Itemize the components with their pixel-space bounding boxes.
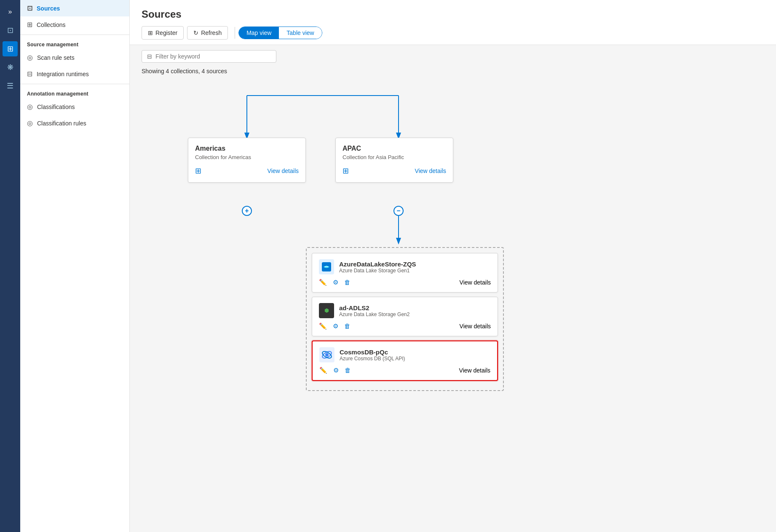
cosmosdb-view-details[interactable]: View details	[459, 367, 490, 374]
filter-keyword-input[interactable]	[155, 53, 271, 60]
refresh-icon: ↻	[193, 29, 198, 36]
sidebar-divider-2	[20, 84, 129, 84]
adls2-subtitle: Azure Data Lake Storage Gen2	[339, 311, 409, 317]
cosmosdb-header: CosmosDB-pQc Azure Cosmos DB (SQL API)	[319, 347, 490, 362]
adls2-info: ad-ADLS2 Azure Data Lake Storage Gen2	[339, 304, 409, 317]
cosmosdb-subtitle: Azure Cosmos DB (SQL API)	[340, 356, 405, 362]
americas-title: Americas	[195, 145, 299, 152]
sidebar-item-classifications[interactable]: ◎ Classifications	[20, 98, 129, 115]
apac-collapse-button[interactable]: −	[393, 206, 404, 216]
classifications-icon: ◎	[27, 103, 33, 111]
cosmosdb-icon	[319, 347, 334, 362]
nav-icon-sources[interactable]: ⊞	[3, 41, 18, 56]
adls1-header: AzureDataLakeStore-ZQS Azure Data Lake S…	[319, 259, 491, 274]
classifications-label: Classifications	[37, 104, 75, 110]
view-toggle: Map view Table view	[238, 27, 322, 39]
cosmosdb-actions: ✏️ ⚙ 🗑 View details	[319, 367, 490, 374]
americas-card: Americas Collection for Americas ⊞ View …	[188, 138, 306, 183]
scan-rule-sets-label: Scan rule sets	[37, 54, 75, 61]
adls1-info: AzureDataLakeStore-ZQS Azure Data Lake S…	[339, 261, 416, 274]
collections-icon: ⊞	[27, 21, 32, 29]
annotation-management-label: Annotation management	[20, 86, 129, 98]
adls1-actions: ✏️ ⚙ 🗑 View details	[319, 279, 491, 286]
adls1-edit-icon[interactable]: ✏️	[319, 279, 327, 286]
filter-input-container[interactable]: ⊟	[142, 50, 276, 63]
map-view-button[interactable]: Map view	[239, 27, 279, 39]
datalake-svg	[322, 262, 331, 271]
scan-rule-sets-icon: ◎	[27, 53, 33, 61]
adls2-title: ad-ADLS2	[339, 304, 409, 311]
nav-icon-4[interactable]: ☰	[3, 78, 18, 93]
americas-grid-icon: ⊞	[195, 166, 201, 176]
americas-view-details[interactable]: View details	[268, 168, 299, 174]
cosmosdb-edit-icon[interactable]: ✏️	[319, 367, 327, 374]
americas-subtitle: Collection for Americas	[195, 154, 299, 160]
map-area[interactable]: Americas Collection for Americas ⊞ View …	[130, 79, 776, 532]
nav-icon-3[interactable]: ❋	[3, 60, 18, 75]
sidebar: ⊡ Sources ⊞ Collections Source managemen…	[20, 0, 130, 532]
showing-text: Showing 4 collections, 4 sources	[130, 66, 776, 79]
adls1-scan-icon[interactable]: ⚙	[333, 279, 338, 286]
apac-footer: ⊞ View details	[343, 166, 446, 176]
cosmosdb-svg	[321, 349, 333, 361]
toolbar: ⊞ Register ↻ Refresh Map view Table view	[142, 26, 764, 40]
svg-point-7	[325, 353, 329, 356]
main-header: Sources ⊞ Register ↻ Refresh Map view Ta…	[130, 0, 776, 45]
adls2-view-details[interactable]: View details	[460, 323, 491, 330]
cosmosdb-delete-icon[interactable]: 🗑	[345, 367, 351, 374]
adls1-icon	[319, 259, 334, 274]
adls1-view-details[interactable]: View details	[460, 279, 491, 286]
adls2-delete-icon[interactable]: 🗑	[344, 322, 351, 330]
adls2-header: ⬢ ad-ADLS2 Azure Data Lake Storage Gen2	[319, 303, 491, 318]
expand-rail-button[interactable]: »	[3, 4, 18, 19]
toolbar-divider	[235, 27, 235, 39]
refresh-label: Refresh	[201, 29, 222, 36]
apac-sources-container: AzureDataLakeStore-ZQS Azure Data Lake S…	[306, 247, 504, 391]
icon-rail: » ⊡ ⊞ ❋ ☰	[0, 0, 20, 532]
adls1-title: AzureDataLakeStore-ZQS	[339, 261, 416, 268]
source-management-label: Source management	[20, 37, 129, 49]
page-title: Sources	[142, 8, 764, 20]
integration-runtimes-label: Integration runtimes	[37, 71, 89, 77]
sidebar-item-classification-rules[interactable]: ◎ Classification rules	[20, 115, 129, 131]
sidebar-collections-label: Collections	[37, 21, 65, 28]
cosmosdb-title: CosmosDB-pQc	[340, 348, 405, 356]
nav-icon-catalog[interactable]: ⊡	[3, 23, 18, 38]
adls2-icon-text: ⬢	[324, 308, 329, 314]
filter-row: ⊟	[130, 45, 776, 66]
apac-card: APAC Collection for Asia Pacific ⊞ View …	[335, 138, 453, 183]
apac-subtitle: Collection for Asia Pacific	[343, 154, 446, 160]
register-icon: ⊞	[148, 29, 153, 36]
classification-rules-icon: ◎	[27, 119, 33, 127]
cosmosdb-action-icons: ✏️ ⚙ 🗑	[319, 367, 351, 374]
adls2-actions: ✏️ ⚙ 🗑 View details	[319, 322, 491, 330]
adls1-action-icons: ✏️ ⚙ 🗑	[319, 279, 351, 286]
adls2-card: ⬢ ad-ADLS2 Azure Data Lake Storage Gen2 …	[312, 297, 498, 336]
sources-icon: ⊡	[27, 4, 32, 12]
sidebar-divider-1	[20, 35, 129, 35]
adls2-action-icons: ✏️ ⚙ 🗑	[319, 322, 351, 330]
sidebar-item-collections[interactable]: ⊞ Collections	[20, 16, 129, 33]
adls1-delete-icon[interactable]: 🗑	[344, 279, 351, 286]
refresh-button[interactable]: ↻ Refresh	[187, 26, 228, 40]
sidebar-item-scan-rule-sets[interactable]: ◎ Scan rule sets	[20, 49, 129, 66]
table-view-button[interactable]: Table view	[279, 27, 321, 39]
americas-footer: ⊞ View details	[195, 166, 299, 176]
adls2-scan-icon[interactable]: ⚙	[333, 322, 338, 330]
integration-runtimes-icon: ⊟	[27, 70, 32, 78]
sidebar-item-integration-runtimes[interactable]: ⊟ Integration runtimes	[20, 66, 129, 82]
map-canvas: Americas Collection for Americas ⊞ View …	[142, 87, 764, 382]
americas-expand-button[interactable]: +	[242, 206, 252, 216]
adls2-icon: ⬢	[319, 303, 334, 318]
register-button[interactable]: ⊞ Register	[142, 26, 184, 40]
main-content: Sources ⊞ Register ↻ Refresh Map view Ta…	[130, 0, 776, 532]
adls2-edit-icon[interactable]: ✏️	[319, 322, 327, 330]
apac-title: APAC	[343, 145, 446, 152]
sidebar-sources-label: Sources	[37, 5, 60, 12]
cosmosdb-info: CosmosDB-pQc Azure Cosmos DB (SQL API)	[340, 348, 405, 362]
apac-view-details[interactable]: View details	[415, 168, 446, 174]
sidebar-item-sources[interactable]: ⊡ Sources	[20, 0, 129, 16]
adls1-card: AzureDataLakeStore-ZQS Azure Data Lake S…	[312, 253, 498, 293]
filter-icon: ⊟	[147, 53, 152, 60]
cosmosdb-scan-icon[interactable]: ⚙	[333, 367, 339, 374]
